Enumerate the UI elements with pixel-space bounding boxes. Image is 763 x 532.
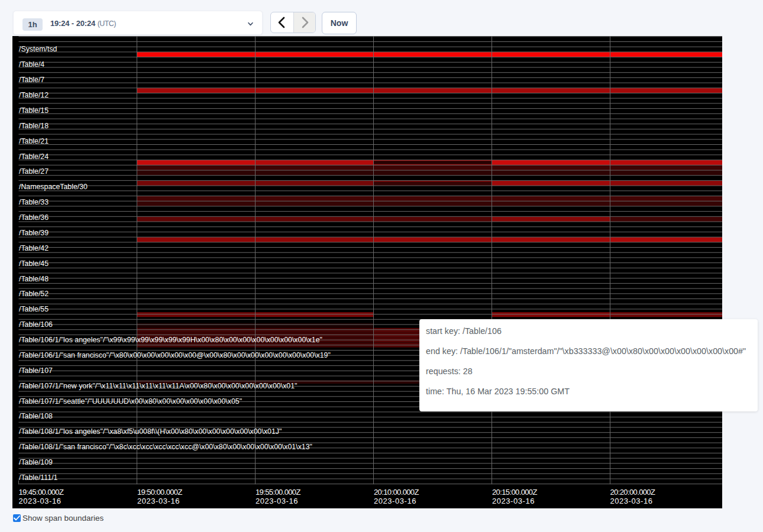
svg-text:/Table/27: /Table/27 (19, 167, 49, 176)
svg-text:/Table/4: /Table/4 (19, 60, 44, 69)
svg-text:/System/tsd: /System/tsd (19, 45, 57, 53)
svg-text:/Table/45: /Table/45 (19, 259, 49, 268)
svg-text:/Table/108: /Table/108 (19, 412, 53, 420)
svg-text:19:50:00.000Z: 19:50:00.000Z (137, 488, 182, 497)
svg-text:/Table/111/1: /Table/111/1 (19, 473, 58, 482)
svg-text:19:45:00.000Z: 19:45:00.000Z (19, 488, 64, 497)
svg-text:/Table/107/1/"seattle"/"UUUUUU: /Table/107/1/"seattle"/"UUUUUUD\x00\x80\… (19, 397, 242, 406)
svg-text:/Table/52: /Table/52 (19, 290, 49, 298)
svg-text:/Table/18: /Table/18 (19, 122, 49, 130)
svg-text:20:20:00.000Z: 20:20:00.000Z (610, 488, 655, 497)
svg-text:19:55:00.000Z: 19:55:00.000Z (256, 488, 300, 497)
svg-text:/Table/12: /Table/12 (19, 91, 49, 99)
svg-text:/Table/108/1/"san francisco"/": /Table/108/1/"san francisco"/"\x8c\xcc\x… (19, 443, 312, 451)
svg-text:/Table/7: /Table/7 (19, 76, 44, 84)
svg-text:/Table/107/1/"new york"/"\x11\: /Table/107/1/"new york"/"\x11\x11\x11\x1… (19, 382, 297, 390)
svg-text:2023-03-16: 2023-03-16 (256, 497, 298, 505)
svg-text:/Table/55: /Table/55 (19, 305, 49, 313)
svg-text:/Table/33: /Table/33 (19, 198, 49, 206)
svg-text:2023-03-16: 2023-03-16 (19, 497, 62, 505)
svg-text:/Table/42: /Table/42 (19, 244, 49, 252)
svg-text:/Table/24: /Table/24 (19, 153, 49, 161)
svg-text:/Table/39: /Table/39 (19, 229, 49, 237)
svg-text:2023-03-16: 2023-03-16 (610, 497, 653, 505)
svg-text:2023-03-16: 2023-03-16 (492, 497, 535, 505)
svg-text:20:15:00.000Z: 20:15:00.000Z (492, 488, 537, 497)
svg-text:/Table/106: /Table/106 (19, 320, 53, 329)
svg-text:20:10:00.000Z: 20:10:00.000Z (374, 488, 419, 497)
svg-text:2023-03-16: 2023-03-16 (137, 497, 180, 505)
svg-text:/Table/48: /Table/48 (19, 275, 49, 283)
svg-text:/Table/36: /Table/36 (19, 213, 49, 222)
svg-text:/Table/108/1/"los angeles"/"\x: /Table/108/1/"los angeles"/"\xa8\xf5\u00… (19, 427, 282, 436)
svg-text:/Table/107: /Table/107 (19, 366, 53, 375)
svg-text:/Table/106/1/"san francisco"/": /Table/106/1/"san francisco"/"\x80\x00\x… (19, 351, 331, 359)
svg-text:/Table/21: /Table/21 (19, 137, 49, 145)
svg-text:/Table/106/1/"los angeles"/"\x: /Table/106/1/"los angeles"/"\x99\x99\x99… (19, 336, 322, 344)
svg-text:2023-03-16: 2023-03-16 (374, 497, 416, 505)
svg-text:/Table/109: /Table/109 (19, 458, 53, 466)
svg-text:/Table/15: /Table/15 (19, 106, 49, 115)
svg-text:/NamespaceTable/30: /NamespaceTable/30 (19, 183, 88, 191)
